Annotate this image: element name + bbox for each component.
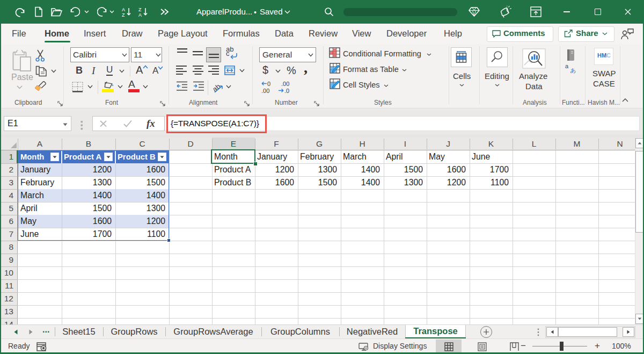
svg-text:A: A (138, 12, 142, 17)
svg-text:あ: あ (570, 67, 576, 74)
svg-text:A: A (122, 7, 125, 12)
svg-text:a: a (565, 63, 569, 69)
svg-text:0: 0 (267, 81, 270, 87)
svg-text:.00: .00 (261, 88, 269, 94)
svg-text:.00: .00 (281, 81, 289, 87)
svg-text:Z: Z (138, 7, 142, 12)
svg-text:Z: Z (122, 12, 125, 17)
svg-text:.0: .0 (284, 88, 289, 94)
